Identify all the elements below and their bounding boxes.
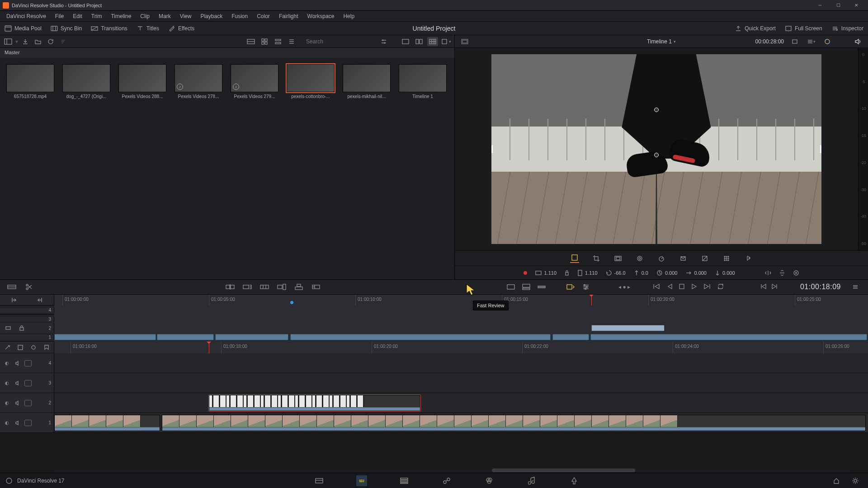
menu-playback[interactable]: Playback [196, 11, 227, 22]
crop-tool-button[interactable] [592, 254, 601, 263]
zoom-y-value[interactable]: 1.110 [585, 270, 598, 276]
video-only-button[interactable] [505, 282, 516, 292]
track-lock-button[interactable] [24, 360, 32, 366]
refresh-button[interactable] [45, 37, 56, 46]
bypass-grades-button[interactable] [789, 37, 800, 46]
track-sync-button[interactable] [3, 323, 14, 333]
step-back-button[interactable] [666, 283, 673, 291]
list-view-button[interactable] [286, 37, 297, 46]
next-edit-button[interactable] [771, 283, 778, 291]
transform-tool-button[interactable] [570, 254, 579, 263]
fusion-page-button[interactable] [441, 475, 452, 486]
track-lock-button[interactable] [24, 380, 32, 386]
dynamic-zoom-button[interactable] [613, 254, 623, 263]
viewer-dual-button[interactable] [414, 37, 425, 46]
menu-clip[interactable]: Clip [136, 11, 154, 22]
fast-review-button[interactable] [565, 282, 576, 292]
menu-fusion[interactable]: Fusion [227, 11, 252, 22]
mini-clip[interactable] [552, 334, 589, 340]
speed-button[interactable] [657, 254, 666, 263]
lens-button[interactable] [679, 254, 688, 263]
marker-button[interactable] [42, 343, 51, 352]
go-to-start-button[interactable] [653, 283, 660, 291]
audio-only-button[interactable] [536, 282, 547, 292]
menu-trim[interactable]: Trim [87, 11, 107, 22]
mini-track[interactable] [54, 314, 868, 324]
track-lock-button[interactable] [16, 323, 27, 333]
menu-file[interactable]: File [51, 11, 68, 22]
edit-page-button[interactable] [399, 475, 410, 486]
yaw-value[interactable]: 0.000 [665, 270, 678, 276]
media-clip[interactable]: Pexels Videos 288... [118, 64, 166, 99]
media-clip[interactable]: 657518728.mp4 [6, 64, 54, 99]
snap-button[interactable] [16, 343, 24, 352]
transform-side-handle[interactable] [491, 145, 493, 153]
pitch-value[interactable]: 0.0 [642, 270, 648, 276]
track-mute-button[interactable] [14, 419, 22, 427]
jog-indicator[interactable]: ◂ ● ▸ [618, 284, 630, 290]
sync-marker[interactable] [290, 301, 293, 304]
zoom-x-value[interactable]: 1.110 [544, 270, 557, 276]
timeline-clip[interactable] [209, 395, 420, 411]
menu-timeline[interactable]: Timeline [106, 11, 136, 22]
track-enable-button[interactable]: ◐ [3, 399, 11, 407]
upper-timeline-ruler[interactable]: 01:00:00:0001:00:05:0001:00:10:0001:00:1… [54, 295, 868, 305]
mini-clip[interactable] [590, 334, 867, 340]
mini-clip[interactable] [157, 334, 214, 340]
window-minimize-button[interactable]: ─ [811, 0, 829, 10]
mini-clip[interactable] [54, 334, 156, 340]
track-mute-button[interactable] [14, 399, 22, 407]
play-button[interactable] [691, 283, 697, 291]
quick-export-button[interactable]: Quick Export [730, 22, 780, 35]
flip-v-button[interactable] [779, 270, 785, 276]
flip-h-button[interactable] [765, 270, 771, 276]
track-mute-button[interactable] [14, 360, 22, 367]
color-tool-button[interactable] [700, 254, 709, 263]
titles-button[interactable]: Titles [132, 22, 164, 35]
av-button[interactable] [521, 282, 532, 292]
viewer-single-button[interactable] [400, 37, 411, 46]
mini-clip[interactable] [591, 325, 665, 331]
lower-playhead[interactable] [209, 342, 209, 353]
reset-button[interactable] [793, 270, 799, 276]
menu-workspace[interactable]: Workspace [303, 11, 339, 22]
mini-track[interactable] [54, 333, 868, 342]
timeline-clip[interactable] [54, 415, 160, 431]
split-clip-button[interactable] [24, 282, 34, 292]
timeline-scrollbar[interactable] [54, 468, 850, 473]
effects-button[interactable]: Effects [164, 22, 199, 35]
fairlight-page-button[interactable] [526, 475, 537, 486]
bin-breadcrumb[interactable]: Master [0, 48, 454, 58]
video-track[interactable] [54, 413, 868, 432]
prev-edit-button[interactable] [760, 283, 767, 291]
sync-bin-button[interactable]: Sync Bin [46, 22, 86, 35]
search-options-button[interactable] [378, 37, 389, 46]
media-clip[interactable]: ♪Pexels Videos 278... [175, 64, 222, 99]
mini-clip[interactable] [290, 334, 551, 340]
viewer-canvas[interactable] [455, 48, 858, 250]
timeline-clip[interactable] [162, 415, 866, 431]
mini-track[interactable] [54, 305, 868, 314]
media-pool-button[interactable]: Media Pool [0, 22, 46, 35]
stabilize-button[interactable] [635, 254, 644, 263]
stop-button[interactable] [679, 284, 684, 291]
current-timecode[interactable]: 01:00:18:09 [800, 283, 845, 291]
boring-detector-button[interactable] [6, 282, 17, 292]
menu-davinci[interactable]: DaVinci Resolve [2, 11, 51, 22]
track-lock-button[interactable] [24, 400, 32, 406]
menu-mark[interactable]: Mark [154, 11, 175, 22]
menu-help[interactable]: Help [339, 11, 359, 22]
mini-clip[interactable] [215, 334, 288, 340]
source-overwrite-button[interactable] [311, 282, 321, 292]
audio-tool-button[interactable] [744, 254, 753, 263]
viewer-options-button[interactable]: ▾ [441, 37, 452, 46]
window-maximize-button[interactable]: ☐ [829, 0, 847, 10]
color-page-button[interactable] [484, 475, 495, 486]
place-on-top-button[interactable] [293, 282, 304, 292]
loop-button[interactable] [717, 283, 724, 291]
track-enable-button[interactable]: ◐ [3, 360, 11, 367]
lower-timeline-ruler[interactable]: 01:00:16:0001:00:18:0001:00:20:0001:00:2… [54, 342, 868, 353]
transform-handle[interactable] [654, 153, 659, 157]
timeline-options-button[interactable] [580, 282, 591, 292]
import-folder-button[interactable] [33, 37, 43, 46]
